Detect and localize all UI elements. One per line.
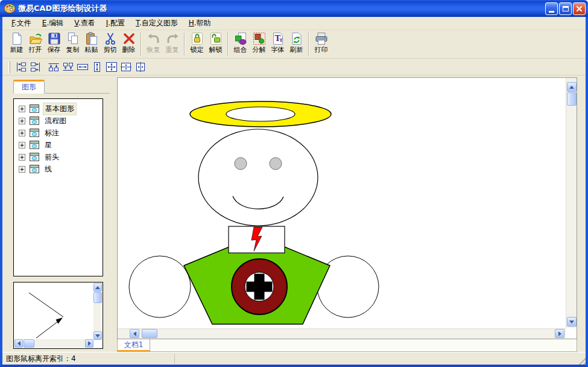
menu-item-view[interactable]: V.查看 <box>69 17 101 30</box>
scroll-down-button[interactable] <box>93 331 102 340</box>
print-button[interactable]: 打印 <box>312 31 330 57</box>
hscroll-thumb[interactable] <box>24 339 34 348</box>
shape-category-icon <box>30 153 39 161</box>
tab-shapes[interactable]: 图形 <box>13 80 45 94</box>
refresh-icon <box>289 31 304 46</box>
tree-item-arrow[interactable]: 箭头 <box>14 151 103 163</box>
tree-item-flowchart[interactable]: 流程图 <box>14 115 103 127</box>
preview-hscrollbar[interactable] <box>14 339 93 348</box>
tab-document-1[interactable]: 文档1 <box>118 339 150 351</box>
print-icon <box>314 31 329 46</box>
scroll-down-button[interactable] <box>567 317 577 327</box>
shape-category-icon <box>30 129 39 137</box>
scroll-up-icon <box>569 86 574 89</box>
expand-icon[interactable] <box>19 154 25 161</box>
expand-icon[interactable] <box>19 130 25 136</box>
right-eye-shape[interactable] <box>270 158 282 170</box>
arrow-shape-preview <box>14 282 93 339</box>
vscroll-thumb[interactable] <box>567 92 577 106</box>
align-left-button[interactable] <box>14 60 28 74</box>
close-icon <box>576 5 583 12</box>
expand-icon[interactable] <box>19 142 25 148</box>
save-icon <box>47 31 62 46</box>
align-right-button[interactable] <box>28 60 43 74</box>
same-height-icon <box>91 62 103 72</box>
menu-item-config[interactable]: I.配置 <box>101 17 130 30</box>
paste-button[interactable]: 粘贴 <box>82 31 101 57</box>
expand-icon[interactable] <box>19 118 25 124</box>
ungroup-icon <box>252 31 267 46</box>
drawing-canvas[interactable] <box>118 78 568 328</box>
delete-button[interactable]: 删除 <box>119 31 138 57</box>
tree-item-annotation[interactable]: 标注 <box>14 127 103 139</box>
copy-button[interactable]: 复制 <box>63 31 82 57</box>
save-button[interactable]: 保存 <box>45 31 63 57</box>
close-button[interactable] <box>573 2 586 15</box>
scroll-right-button[interactable] <box>85 339 93 348</box>
tree-item-basic-shapes[interactable]: 基本图形 <box>14 103 103 115</box>
scroll-up-button[interactable] <box>93 283 102 292</box>
scroll-up-button[interactable] <box>567 82 577 92</box>
halo-hole-shape[interactable] <box>226 107 295 121</box>
status-message: 图形鼠标离开索引：4 <box>2 354 175 364</box>
group-button[interactable]: 组合 <box>231 31 250 57</box>
hscroll-thumb[interactable] <box>142 329 157 338</box>
menu-item-help[interactable]: H.帮助 <box>183 17 217 30</box>
menu-item-file[interactable]: F.文件 <box>6 17 37 30</box>
open-folder-icon <box>28 31 43 46</box>
canvas-vscrollbar[interactable] <box>566 78 577 328</box>
scroll-right-button[interactable] <box>555 329 564 338</box>
minimize-button[interactable] <box>545 2 558 15</box>
align-bottom-button[interactable] <box>61 60 75 74</box>
document-tabstrip: 文档1 <box>117 339 577 352</box>
align-top-button[interactable] <box>46 60 61 74</box>
lock-button[interactable]: 锁定 <box>188 31 206 57</box>
expand-icon[interactable] <box>19 106 25 112</box>
menu-item-edit[interactable]: E.编辑 <box>37 17 69 30</box>
scroll-left-button[interactable] <box>130 329 139 338</box>
refresh-button[interactable]: 刷新 <box>287 31 306 57</box>
ungroup-button[interactable]: 分解 <box>250 31 268 57</box>
redo-icon <box>165 31 180 46</box>
same-height-button[interactable] <box>90 60 104 74</box>
align-left-icon <box>15 62 27 72</box>
center-vertical-button[interactable] <box>133 60 148 74</box>
unlock-button[interactable]: 解锁 <box>206 31 225 57</box>
cut-button[interactable]: 剪切 <box>101 31 119 57</box>
left-hand-shape[interactable] <box>129 256 191 318</box>
align-right-icon <box>30 62 42 72</box>
app-window: 微易CAD图形绘制设计器 F.文件 E.编辑 V.查看 I.配置 T.自定义图形… <box>0 0 588 367</box>
expand-icon[interactable] <box>19 166 25 173</box>
open-button[interactable]: 打开 <box>26 31 45 57</box>
maximize-button[interactable] <box>559 2 572 15</box>
tree-item-star[interactable]: 星 <box>14 139 103 151</box>
align-toolbar <box>2 59 586 75</box>
redo-button: 重复 <box>163 31 182 57</box>
vscroll-thumb[interactable] <box>93 292 102 303</box>
shape-category-icon <box>30 141 39 149</box>
menu-bar: F.文件 E.编辑 V.查看 I.配置 T.自定义图形 H.帮助 <box>2 17 586 30</box>
head-shape[interactable] <box>198 129 318 226</box>
left-eye-shape[interactable] <box>235 158 247 170</box>
menu-item-custom-shapes[interactable]: T.自定义图形 <box>130 17 183 30</box>
main-area: 图形 基本图形 流程图 标注 <box>2 75 586 352</box>
resize-grip[interactable] <box>577 356 586 365</box>
preview-vscrollbar[interactable] <box>93 283 102 340</box>
undo-icon <box>147 31 161 46</box>
shape-tree: 基本图形 流程图 标注 星 <box>13 98 103 276</box>
group-icon <box>233 31 248 46</box>
tree-item-line[interactable]: 线 <box>14 163 103 175</box>
paste-icon <box>84 31 99 46</box>
align-bottom-icon <box>62 62 74 72</box>
minimize-icon <box>549 11 554 13</box>
app-palette-icon <box>4 3 16 14</box>
scroll-left-button[interactable] <box>14 339 23 348</box>
center-horizontal-button[interactable] <box>119 60 133 74</box>
maximize-icon <box>563 6 569 11</box>
same-width-icon <box>77 62 89 72</box>
font-button[interactable]: T T 字体 <box>268 31 287 57</box>
canvas-hscrollbar[interactable] <box>118 328 566 339</box>
same-width-button[interactable] <box>75 60 90 74</box>
new-button[interactable]: 新建 <box>7 31 26 57</box>
same-size-button[interactable] <box>104 60 119 74</box>
